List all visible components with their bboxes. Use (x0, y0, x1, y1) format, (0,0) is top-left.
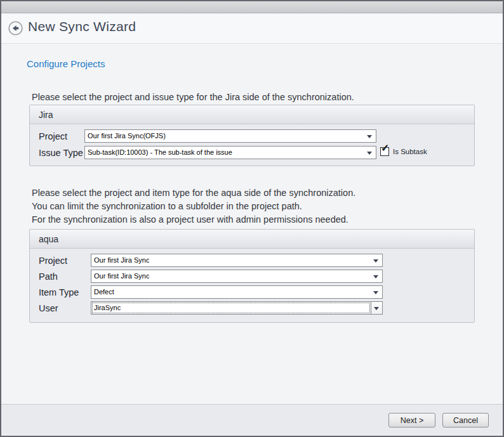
jira-issuetype-label: Issue Type (39, 148, 83, 158)
jira-project-value: Our first Jira Sync(OFJS) (88, 132, 166, 140)
wizard-header: New Sync Wizard (1, 14, 503, 44)
checkmark-icon: ✓ (381, 143, 389, 153)
cancel-button[interactable]: Cancel (442, 413, 489, 427)
aqua-path-combobox[interactable]: Our first Jira Sync (91, 270, 383, 283)
jira-groupbox: Jira Project Our first Jira Sync(OFJS) I… (29, 105, 475, 166)
new-sync-wizard-window: New Sync Wizard Configure Projects Pleas… (0, 0, 504, 437)
wizard-footer: Next > Cancel (1, 404, 503, 436)
dropdown-button[interactable] (371, 302, 382, 314)
wizard-content: Configure Projects Please select the pro… (1, 44, 503, 404)
aqua-path-row: Path Our first Jira Sync (30, 270, 474, 285)
focus-rectangle (92, 303, 370, 313)
page-title: Configure Projects (27, 58, 105, 69)
aqua-project-row: Project Our first Jira Sync (30, 254, 474, 270)
chevron-down-icon (373, 259, 378, 263)
is-subtask-label: Is Subtask (393, 148, 427, 155)
aqua-path-label: Path (39, 271, 58, 282)
back-arrow-icon (8, 28, 23, 37)
aqua-group-header: aqua (30, 230, 474, 249)
chevron-down-icon (367, 135, 372, 138)
aqua-project-combobox[interactable]: Our first Jira Sync (91, 254, 383, 267)
aqua-instruction-line1: Please select the project and item type … (32, 186, 355, 200)
aqua-instruction-line2: You can limit the synchronization to a s… (32, 200, 355, 213)
aqua-user-value: JiraSync (94, 304, 121, 311)
aqua-project-value: Our first Jira Sync (94, 256, 149, 264)
chevron-down-icon (373, 291, 378, 294)
chevron-down-icon (374, 307, 379, 310)
aqua-instructions: Please select the project and item type … (32, 186, 355, 226)
jira-group-header: Jira (30, 105, 474, 124)
wizard-title: New Sync Wizard (28, 19, 136, 34)
aqua-project-label: Project (39, 256, 67, 266)
aqua-groupbox: aqua Project Our first Jira Sync Path Ou… (29, 229, 475, 323)
jira-issuetype-combobox[interactable]: Sub-task(ID:10003) - The sub-task of the… (84, 146, 376, 159)
aqua-itemtype-label: Item Type (39, 287, 79, 297)
is-subtask-checkbox[interactable]: ✓ Is Subtask (380, 147, 427, 156)
jira-issuetype-value: Sub-task(ID:10003) - The sub-task of the… (88, 148, 232, 156)
checkbox-box: ✓ (380, 147, 389, 156)
chevron-down-icon (367, 152, 372, 155)
aqua-user-combobox[interactable]: JiraSync (91, 301, 383, 315)
aqua-itemtype-value: Defect (94, 288, 114, 296)
next-button[interactable]: Next > (388, 413, 435, 427)
aqua-user-label: User (39, 303, 58, 313)
aqua-itemtype-row: Item Type Defect (30, 285, 474, 301)
aqua-itemtype-combobox[interactable]: Defect (91, 285, 383, 299)
aqua-instruction-line3: For the synchronization is also a projec… (32, 213, 355, 226)
jira-instruction: Please select the project and issue type… (32, 91, 354, 104)
window-titlebar[interactable] (1, 1, 503, 13)
jira-project-combobox[interactable]: Our first Jira Sync(OFJS) (84, 129, 376, 143)
aqua-user-row: User JiraSync (30, 301, 474, 317)
chevron-down-icon (373, 275, 378, 278)
jira-issuetype-row: Issue Type Sub-task(ID:10003) - The sub-… (30, 146, 474, 162)
jira-project-row: Project Our first Jira Sync(OFJS) (30, 129, 474, 146)
jira-project-label: Project (39, 131, 67, 141)
aqua-path-value: Our first Jira Sync (94, 272, 149, 280)
back-button[interactable] (8, 21, 23, 36)
